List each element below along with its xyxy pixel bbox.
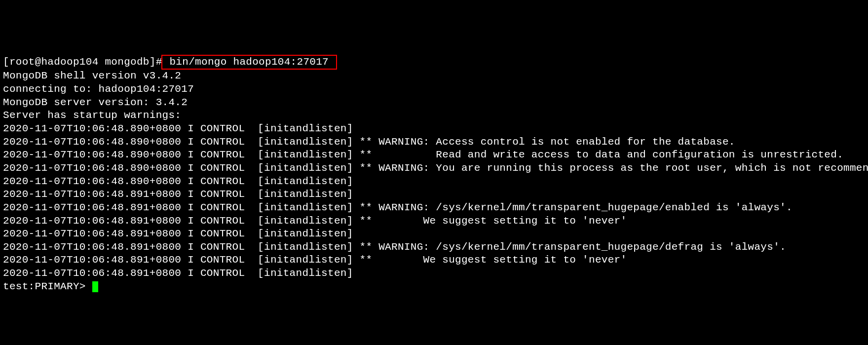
command-line: [root@hadoop104 mongodb]# bin/mongo hado…	[3, 55, 868, 70]
mongo-shell-prompt-line: test:PRIMARY>	[3, 280, 868, 294]
output-line: 2020-11-07T10:06:48.891+0800 I CONTROL […	[3, 201, 868, 215]
output-line: 2020-11-07T10:06:48.891+0800 I CONTROL […	[3, 215, 868, 228]
output-line: 2020-11-07T10:06:48.891+0800 I CONTROL […	[3, 267, 868, 280]
output-line: 2020-11-07T10:06:48.891+0800 I CONTROL […	[3, 188, 868, 201]
shell-prompt-root: [root@hadoop104 mongodb]#	[3, 56, 162, 68]
output-line: 2020-11-07T10:06:48.890+0800 I CONTROL […	[3, 162, 868, 175]
output-line: 2020-11-07T10:06:48.891+0800 I CONTROL […	[3, 254, 868, 267]
output-line: Server has startup warnings:	[3, 109, 868, 122]
cursor-icon[interactable]	[92, 281, 98, 292]
output-line: 2020-11-07T10:06:48.890+0800 I CONTROL […	[3, 149, 868, 162]
output-line: 2020-11-07T10:06:48.890+0800 I CONTROL […	[3, 175, 868, 189]
mongo-shell-prompt: test:PRIMARY>	[3, 281, 92, 292]
output-line: 2020-11-07T10:06:48.890+0800 I CONTROL […	[3, 122, 868, 136]
output-line: 2020-11-07T10:06:48.891+0800 I CONTROL […	[3, 241, 868, 254]
output-line: 2020-11-07T10:06:48.891+0800 I CONTROL […	[3, 228, 868, 241]
output-line: 2020-11-07T10:06:48.890+0800 I CONTROL […	[3, 136, 868, 149]
output-line: connecting to: hadoop104:27017	[3, 83, 868, 96]
terminal-window[interactable]: [root@hadoop104 mongodb]# bin/mongo hado…	[3, 55, 868, 345]
output-line: MongoDB server version: 3.4.2	[3, 96, 868, 110]
output-line: MongoDB shell version v3.4.2	[3, 70, 868, 83]
highlighted-command: bin/mongo hadoop104:27017	[161, 55, 337, 70]
